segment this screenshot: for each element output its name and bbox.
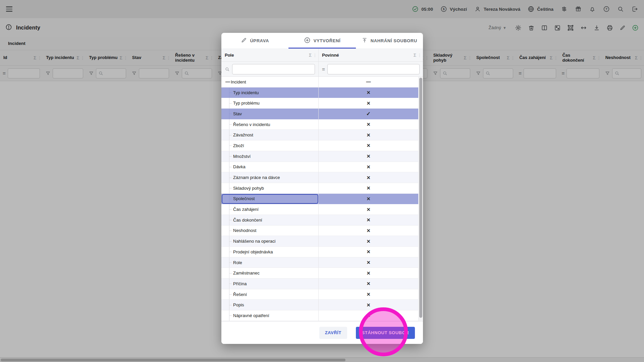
povinne-filter-input[interactable] <box>327 64 420 74</box>
required-value-cell[interactable]: ✕ <box>319 140 418 151</box>
aggregate-sigma-icon[interactable]: Σ <box>309 53 312 58</box>
dialog-tab-úprava[interactable]: ÚPRAVA <box>221 33 288 49</box>
not-required-x-icon: ✕ <box>367 249 371 254</box>
field-name-cell[interactable]: Množství <box>221 151 319 162</box>
required-value-cell[interactable]: ✕ <box>319 87 418 98</box>
not-required-x-icon: ✕ <box>367 281 371 286</box>
field-name-cell[interactable]: Čas dokončení <box>221 215 319 226</box>
tree-tick <box>229 284 232 284</box>
field-label: Neshodnost <box>233 228 256 233</box>
required-value-cell[interactable]: ✕ <box>319 98 418 109</box>
required-value-cell[interactable]: ✕ <box>319 310 418 321</box>
field-row: — Incident — <box>221 77 418 87</box>
field-name-cell[interactable]: Čas zahájení <box>221 204 319 215</box>
required-value-cell[interactable]: ✕ <box>319 204 418 215</box>
required-value-cell[interactable]: ✕ <box>319 247 418 257</box>
not-required-x-icon: ✕ <box>367 239 371 244</box>
tree-tick <box>229 135 232 135</box>
required-value-cell[interactable]: ✓ <box>319 109 418 119</box>
not-required-x-icon: ✕ <box>367 90 371 95</box>
app-window: 05:00 $ Výchozí Tereza Nováková Čeština … <box>0 0 644 362</box>
required-value-cell[interactable]: ✕ <box>319 300 418 310</box>
field-name-cell[interactable]: Společnost <box>221 194 319 204</box>
field-name-cell[interactable]: Zboží <box>221 140 319 151</box>
field-row: Řešeno v incidentu ✕ <box>221 119 418 130</box>
field-name-cell[interactable]: Nahlášeno na operaci <box>221 236 319 247</box>
required-value-cell[interactable]: ✕ <box>319 172 418 183</box>
dialog-scrollbar-thumb[interactable] <box>419 78 422 318</box>
field-name-cell[interactable]: Skladový pohyb <box>221 183 319 194</box>
field-name-cell[interactable]: Záznam práce na dávce <box>221 172 319 183</box>
dialog-grid-header: Pole Σ ⋮ Povinné Σ ⋮ <box>221 49 423 62</box>
field-row: Příčina ✕ <box>221 279 418 289</box>
field-label: Čas dokončení <box>233 218 262 223</box>
field-row: Zaměstnanec ✕ <box>221 268 418 279</box>
tree-tick <box>229 93 232 93</box>
required-value-cell[interactable]: ✕ <box>319 279 418 289</box>
field-row: Typ incidentu ✕ <box>221 87 418 98</box>
field-row: Závažnost ✕ <box>221 130 418 140</box>
required-value-cell[interactable]: ✕ <box>319 130 418 140</box>
column-menu-dots-icon: ⋮ <box>313 53 317 58</box>
tree-tick <box>229 199 232 199</box>
field-row: Prodejní objednávka ✕ <box>221 247 418 257</box>
required-value-cell[interactable]: — <box>319 77 418 87</box>
field-label: Typ problému <box>233 101 260 106</box>
tree-tick <box>229 188 232 188</box>
field-name-cell[interactable]: Zaměstnanec <box>221 268 319 279</box>
not-required-x-icon: ✕ <box>367 270 371 276</box>
field-name-cell[interactable]: Popis <box>221 300 319 310</box>
not-required-x-icon: ✕ <box>367 143 371 148</box>
not-required-x-icon: ✕ <box>367 122 371 127</box>
field-name-cell[interactable]: — Incident <box>221 77 319 87</box>
download-file-button[interactable]: STÁHNOUT SOUBOR <box>356 327 415 339</box>
field-name-cell[interactable]: Závažnost <box>221 130 319 140</box>
tree-tick <box>229 209 232 210</box>
close-button[interactable]: ZAVŘÍT <box>319 327 347 339</box>
required-value-cell[interactable]: ✕ <box>319 183 418 194</box>
required-value-cell[interactable]: ✕ <box>319 257 418 268</box>
dialog-tab-nahrání-souboru[interactable]: NAHRÁNÍ SOUBORU <box>356 33 423 49</box>
field-row: Typ problému ✕ <box>221 98 418 109</box>
required-value-cell[interactable]: ✕ <box>319 162 418 173</box>
required-value-cell[interactable]: ✕ <box>319 119 418 130</box>
field-name-cell[interactable]: Nápravné opatření <box>221 310 319 321</box>
pole-filter-cell <box>221 62 319 76</box>
field-name-cell[interactable]: Typ incidentu <box>221 87 319 98</box>
field-row: Nápravné opatření ✕ <box>221 310 418 321</box>
field-label: Role <box>233 260 242 265</box>
dialog-tab-vytvoření[interactable]: VYTVOŘENÍ <box>288 33 356 49</box>
field-name-cell[interactable]: Řešeno v incidentu <box>221 119 319 130</box>
povinne-filter-cell: = <box>319 62 423 76</box>
field-name-cell[interactable]: Typ problému <box>221 98 319 109</box>
field-row: Dávka ✕ <box>221 162 418 173</box>
pole-filter-input[interactable] <box>232 64 315 74</box>
collapse-minus-icon[interactable]: — <box>225 79 230 84</box>
not-required-x-icon: ✕ <box>367 175 371 180</box>
aggregate-sigma-icon[interactable]: Σ <box>414 53 416 58</box>
field-name-cell[interactable]: Dávka <box>221 162 319 173</box>
field-name-cell[interactable]: Neshodnost <box>221 226 319 236</box>
upload-icon <box>362 37 368 44</box>
tree-tick <box>229 156 232 157</box>
required-value-cell[interactable]: ✕ <box>319 215 418 226</box>
field-name-cell[interactable]: Stav <box>221 109 319 119</box>
required-value-cell[interactable]: ✕ <box>319 289 418 300</box>
field-label: Popis <box>233 302 244 307</box>
required-value-cell[interactable]: ✕ <box>319 151 418 162</box>
field-name-cell[interactable]: Příčina <box>221 279 319 289</box>
field-label: Nápravné opatření <box>233 313 269 318</box>
required-value-cell[interactable]: ✕ <box>319 268 418 279</box>
field-label: Řešeno v incidentu <box>233 122 270 127</box>
field-name-cell[interactable]: Prodejní objednávka <box>221 247 319 257</box>
dialog-tabs: ÚPRAVA VYTVOŘENÍ NAHRÁNÍ SOUBORU <box>221 33 423 49</box>
field-name-cell[interactable]: Řešení <box>221 289 319 300</box>
required-value-cell[interactable]: ✕ <box>319 194 418 204</box>
required-value-cell[interactable]: ✕ <box>319 236 418 247</box>
field-name-cell[interactable]: Role <box>221 257 319 268</box>
dialog-footer: ZAVŘÍT STÁHNOUT SOUBOR <box>221 321 423 344</box>
column-label: Povinné <box>322 53 414 58</box>
indeterminate-minus-icon: — <box>366 79 371 84</box>
tree-tick <box>229 103 232 104</box>
required-value-cell[interactable]: ✕ <box>319 226 418 236</box>
